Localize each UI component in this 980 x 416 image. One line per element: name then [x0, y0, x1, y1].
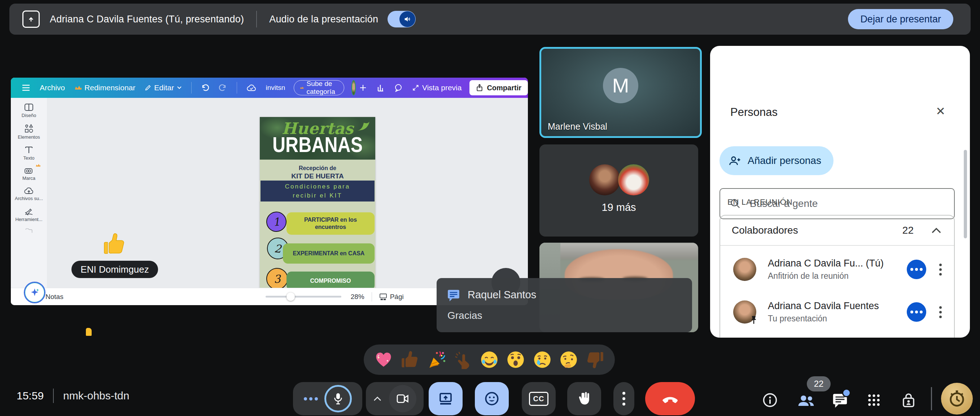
captions-button[interactable]: CC: [522, 382, 556, 415]
crown-icon: [74, 85, 81, 91]
participant-role: Tu presentación: [768, 314, 907, 324]
raised-hand-icon: [577, 391, 592, 406]
redo-icon[interactable]: [219, 84, 228, 92]
chat-button[interactable]: [830, 390, 850, 410]
zoom-slider-knob[interactable]: [286, 293, 295, 301]
chat-message-toast[interactable]: Raquel Santos Gracias: [437, 278, 692, 332]
sidebar-item-elements[interactable]: Elementos: [11, 124, 47, 140]
canva-user-avatar[interactable]: [352, 80, 356, 95]
crown-icon: [300, 85, 304, 90]
menu-icon[interactable]: [22, 84, 30, 91]
canva-resize-menu[interactable]: Redimensionar: [74, 83, 135, 92]
chevron-up-icon[interactable]: [931, 227, 942, 234]
collaborators-header[interactable]: Colaboradores 22: [720, 215, 954, 245]
comments-icon[interactable]: [394, 83, 402, 92]
sidebar-item-more[interactable]: [11, 228, 47, 234]
chevron-up-icon[interactable]: [373, 396, 382, 402]
present-icon: [438, 391, 453, 406]
presentation-banner: Adriana C Davila Fuentes (Tú, presentand…: [10, 3, 970, 35]
party-popper-emoji[interactable]: [427, 350, 445, 369]
presentation-audio-toggle[interactable]: [388, 11, 416, 27]
insights-icon[interactable]: [377, 84, 385, 92]
participants-count-badge: 22: [807, 376, 830, 391]
close-panel-button[interactable]: ✕: [935, 104, 945, 118]
cc-icon: CC: [529, 392, 549, 406]
sparkling-heart-emoji[interactable]: [374, 350, 393, 369]
slide-huertas-urbanas[interactable]: Huertas URBANAS Recepción de KIT DE HUER…: [260, 117, 375, 305]
crown-icon: [35, 164, 40, 167]
pin-icon: [750, 316, 758, 324]
info-icon: [762, 392, 778, 408]
reactions-button[interactable]: [475, 382, 509, 415]
person-add-icon: [729, 155, 741, 166]
end-call-icon: [661, 394, 679, 404]
participant-name: Adriana C Davila Fu... (Tú): [768, 258, 907, 269]
participant-row[interactable]: Adriana C Davila Fuentes Tu presentación: [720, 293, 954, 331]
raise-hand-button[interactable]: [567, 382, 601, 415]
preview-button[interactable]: Vista previa: [412, 83, 461, 92]
design-icon: [24, 103, 33, 112]
clapping-hands-dark-emoji[interactable]: [453, 350, 473, 369]
sidebar-item-uploads[interactable]: Archivos su...: [11, 187, 47, 201]
draw-icon: [24, 207, 33, 215]
panel-scrollbar[interactable]: [964, 150, 967, 238]
more-options-icon[interactable]: [939, 264, 942, 276]
add-people-button[interactable]: Añadir personas: [719, 146, 834, 175]
canva-sidebar: Diseño Elementos Texto Marca Archivos su…: [11, 98, 47, 294]
upgrade-button[interactable]: Sube de categoría: [294, 80, 344, 95]
audio-indicator: [907, 302, 926, 322]
sidebar-item-brand[interactable]: Marca: [11, 166, 47, 181]
canva-file-menu[interactable]: Archivo: [40, 83, 65, 92]
meeting-details-button[interactable]: [760, 390, 780, 410]
reaction-sender-name: ENI Domimguez: [72, 261, 158, 278]
presentation-audio-label: Audio de la presentación: [269, 14, 378, 25]
share-button[interactable]: Compartir: [469, 80, 528, 95]
stop-presenting-button[interactable]: Dejar de presentar: [848, 9, 953, 29]
timer-extension-button[interactable]: [941, 383, 973, 414]
chat-message: Gracias: [447, 310, 482, 321]
camera-icon: [396, 394, 409, 403]
video-tile-marlene[interactable]: M Marlene Visbal: [539, 47, 702, 138]
canva-edit-menu[interactable]: Editar: [145, 83, 182, 92]
avatar: [589, 164, 620, 195]
pages-button[interactable]: Pági: [379, 293, 404, 301]
more-options-icon[interactable]: [939, 306, 942, 318]
end-call-button[interactable]: [645, 382, 695, 415]
thumbs-up-dark-emoji[interactable]: [401, 350, 419, 369]
face-with-tears-of-joy-emoji[interactable]: [480, 350, 499, 369]
zoom-slider[interactable]: [266, 296, 341, 298]
people-button[interactable]: [796, 390, 816, 410]
host-controls-button[interactable]: [899, 390, 919, 410]
add-collaborator-icon[interactable]: [360, 84, 367, 91]
more-vert-icon: [622, 392, 625, 405]
present-screen-button[interactable]: [429, 382, 463, 415]
mic-button[interactable]: [325, 385, 352, 413]
thinking-face-emoji[interactable]: [559, 350, 578, 369]
rising-reaction-fragment: [86, 328, 92, 336]
share-icon: [476, 84, 483, 92]
sidebar-item-text[interactable]: Texto: [11, 145, 47, 161]
group-count: 22: [902, 225, 913, 236]
canva-toolbar: Archivo Redimensionar Editar invitsn: [11, 78, 528, 98]
divider: [53, 389, 54, 403]
undo-icon[interactable]: [200, 84, 209, 92]
participant-row[interactable]: Adriana C Davila Fu... (Tú) Anfitrión de…: [720, 250, 954, 288]
video-tile-overflow[interactable]: 19 más: [539, 145, 698, 236]
canva-assistant-button[interactable]: [24, 282, 46, 303]
people-panel: Personas ✕ Añadir personas EN LA REUNIÓN…: [710, 46, 970, 338]
camera-button[interactable]: [389, 385, 417, 413]
pages-icon: [379, 293, 387, 300]
canva-canvas: Huertas URBANAS Recepción de KIT DE HUER…: [47, 98, 528, 289]
avatar: [618, 164, 649, 195]
in-meeting-label: EN LA REUNIÓN: [727, 198, 792, 207]
participant-name: Adriana C Davila Fuentes: [768, 300, 907, 312]
thumbs-down-dark-emoji[interactable]: [585, 350, 605, 369]
activities-button[interactable]: [864, 390, 884, 410]
more-options-button[interactable]: [613, 382, 634, 415]
astonished-face-emoji[interactable]: [506, 350, 525, 369]
sidebar-item-tools[interactable]: Herramient...: [11, 207, 47, 222]
mic-control-group: [293, 382, 362, 415]
crying-face-emoji[interactable]: [533, 350, 552, 369]
sidebar-item-design[interactable]: Diseño: [11, 103, 47, 118]
divider: [931, 387, 932, 410]
